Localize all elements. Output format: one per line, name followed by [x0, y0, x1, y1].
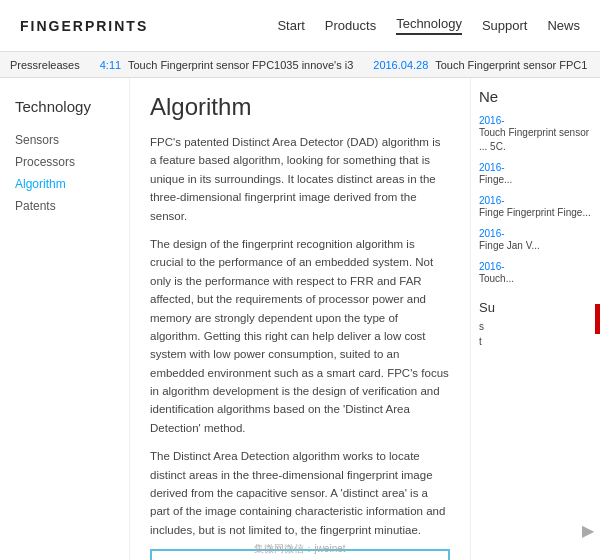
main-nav: Start Products Technology Support News [277, 16, 580, 35]
sidebar-item-processors[interactable]: Processors [15, 151, 114, 173]
header: FINGERPRINTS Start Products Technology S… [0, 0, 600, 52]
news-item-1: 2016- Touch Fingerprint sensor ... 5C. [479, 115, 592, 154]
news-item-2: 2016- Finge... [479, 162, 592, 187]
nav-start[interactable]: Start [277, 18, 304, 33]
ticker-bar: Pressreleases 4:11 Touch Fingerprint sen… [0, 52, 600, 78]
content-paragraph-1: FPC's patented Distinct Area Detector (D… [150, 133, 450, 225]
sidebar-item-sensors[interactable]: Sensors [15, 129, 114, 151]
nav-support[interactable]: Support [482, 18, 528, 33]
nav-news[interactable]: News [547, 18, 580, 33]
nav-products[interactable]: Products [325, 18, 376, 33]
content-paragraph-3: The Distinct Area Detection algorithm wo… [150, 447, 450, 539]
ticker-item-1: 4:11 Touch Fingerprint sensor FPC1035 in… [100, 59, 354, 71]
watermark: 集微网微信：jweinet [254, 542, 345, 556]
sub-section: Su s t [479, 300, 592, 347]
page-title: Algorithm [150, 93, 450, 121]
sidebar-item-patents[interactable]: Patents [15, 195, 114, 217]
sidebar: Technology Sensors Processors Algorithm … [0, 78, 130, 560]
right-panel: Ne 2016- Touch Fingerprint sensor ... 5C… [470, 78, 600, 560]
sidebar-item-algorithm[interactable]: Algorithm [15, 173, 114, 195]
news-item-5: 2016- Touch... [479, 261, 592, 286]
news-panel-title: Ne [479, 88, 592, 105]
ticker-pressreleases: Pressreleases [10, 59, 80, 71]
ticker-item-2: 2016.04.28 Touch Fingerprint sensor FPC1 [373, 59, 587, 71]
main-layout: Technology Sensors Processors Algorithm … [0, 78, 600, 560]
main-content: Algorithm FPC's patented Distinct Area D… [130, 78, 470, 560]
logo: FINGERPRINTS [20, 18, 148, 34]
news-item-4: 2016- Finge Jan V... [479, 228, 592, 253]
sub-section-title: Su [479, 300, 592, 315]
content-paragraph-2: The design of the fingerprint recognitio… [150, 235, 450, 437]
sub-item-1: s [479, 321, 592, 332]
news-item-3: 2016- Finge Fingerprint Finge... [479, 195, 592, 220]
sub-item-2: t [479, 336, 592, 347]
red-bar-indicator [595, 304, 600, 334]
sidebar-title: Technology [15, 98, 114, 115]
scroll-right-arrow[interactable]: ▶ [582, 521, 594, 540]
nav-technology[interactable]: Technology [396, 16, 462, 35]
